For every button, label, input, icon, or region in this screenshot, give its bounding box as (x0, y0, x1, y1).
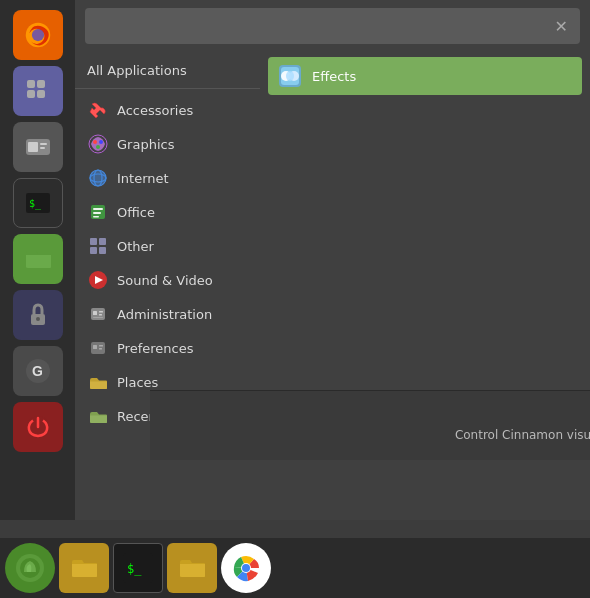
svg-point-48 (286, 71, 294, 81)
category-all-applications[interactable]: All Applications (75, 57, 260, 84)
svg-rect-29 (90, 238, 97, 245)
preferences-icon (87, 337, 109, 359)
category-internet[interactable]: Internet (75, 161, 260, 195)
svg-point-55 (242, 564, 250, 572)
preferences-label: Preferences (117, 341, 193, 356)
svg-rect-4 (27, 90, 35, 98)
sidebar-icon-synaptic[interactable] (13, 122, 63, 172)
category-other[interactable]: Other (75, 229, 260, 263)
internet-icon (87, 167, 109, 189)
svg-point-19 (99, 140, 103, 144)
search-bar: Effects ✕ (85, 8, 580, 44)
places-label: Places (117, 375, 158, 390)
svg-point-20 (96, 145, 100, 149)
sidebar-icon-grid[interactable] (13, 66, 63, 116)
svg-rect-41 (93, 345, 97, 349)
administration-icon (87, 303, 109, 325)
result-item-effects[interactable]: Effects (268, 57, 582, 95)
svg-rect-42 (99, 345, 103, 347)
svg-rect-43 (99, 348, 102, 350)
sound-video-label: Sound & Video (117, 273, 213, 288)
svg-rect-28 (93, 216, 99, 218)
svg-rect-26 (93, 208, 103, 210)
category-administration[interactable]: Administration (75, 297, 260, 331)
graphics-label: Graphics (117, 137, 174, 152)
svg-rect-5 (37, 90, 45, 98)
accessories-label: Accessories (117, 103, 193, 118)
svg-point-18 (93, 140, 97, 144)
category-sound-video[interactable]: Sound & Video (75, 263, 260, 297)
search-clear-button[interactable]: ✕ (551, 15, 572, 38)
category-divider (75, 88, 260, 89)
svg-rect-7 (28, 142, 38, 152)
taskbar-icon-folder2[interactable] (167, 543, 217, 593)
sound-video-icon (87, 269, 109, 291)
recent-files-icon (87, 405, 109, 427)
svg-rect-3 (37, 80, 45, 88)
svg-rect-37 (99, 311, 103, 313)
search-input[interactable]: Effects (93, 18, 551, 34)
svg-rect-39 (93, 317, 103, 318)
taskbar: $_ (0, 538, 590, 598)
taskbar-icon-chrome[interactable] (221, 543, 271, 593)
svg-rect-32 (99, 247, 106, 254)
effects-result-label: Effects (312, 69, 356, 84)
taskbar-icon-folder1[interactable] (59, 543, 109, 593)
svg-point-13 (36, 317, 40, 321)
svg-rect-30 (99, 238, 106, 245)
svg-text:$_: $_ (29, 198, 42, 210)
svg-rect-36 (93, 311, 97, 315)
category-preferences[interactable]: Preferences (75, 331, 260, 365)
administration-label: Administration (117, 307, 212, 322)
accessories-icon (87, 99, 109, 121)
status-description: Control Cinnamon visual effects. (455, 428, 590, 442)
svg-text:G: G (32, 363, 43, 379)
svg-text:$_: $_ (127, 562, 142, 576)
category-office[interactable]: Office (75, 195, 260, 229)
effects-result-icon (278, 64, 302, 88)
category-graphics[interactable]: Graphics (75, 127, 260, 161)
svg-rect-2 (27, 80, 35, 88)
office-label: Office (117, 205, 155, 220)
svg-rect-8 (40, 143, 47, 145)
taskbar-icon-mint-menu[interactable] (5, 543, 55, 593)
other-label: Other (117, 239, 154, 254)
office-icon (87, 201, 109, 223)
sidebar-icon-terminal[interactable]: $_ (13, 178, 63, 228)
svg-rect-27 (93, 212, 101, 214)
sidebar-icon-firefox[interactable] (13, 10, 63, 60)
sidebar-icon-power[interactable] (13, 402, 63, 452)
graphics-icon (87, 133, 109, 155)
internet-label: Internet (117, 171, 169, 186)
sidebar-icon-lock[interactable] (13, 290, 63, 340)
svg-rect-31 (90, 247, 97, 254)
main-content: Effects ✕ All Applications Accessories (75, 0, 590, 520)
category-accessories[interactable]: Accessories (75, 93, 260, 127)
other-icon (87, 235, 109, 257)
places-icon (87, 371, 109, 393)
sidebar: $_ G (0, 0, 75, 520)
svg-rect-9 (40, 147, 45, 149)
sidebar-icon-folder[interactable] (13, 234, 63, 284)
svg-point-1 (31, 29, 43, 41)
taskbar-icon-terminal[interactable]: $_ (113, 543, 163, 593)
sidebar-icon-grub[interactable]: G (13, 346, 63, 396)
svg-rect-38 (99, 314, 102, 316)
all-applications-label: All Applications (87, 63, 187, 78)
status-bar: Effects Control Cinnamon visual effects. (150, 390, 590, 460)
